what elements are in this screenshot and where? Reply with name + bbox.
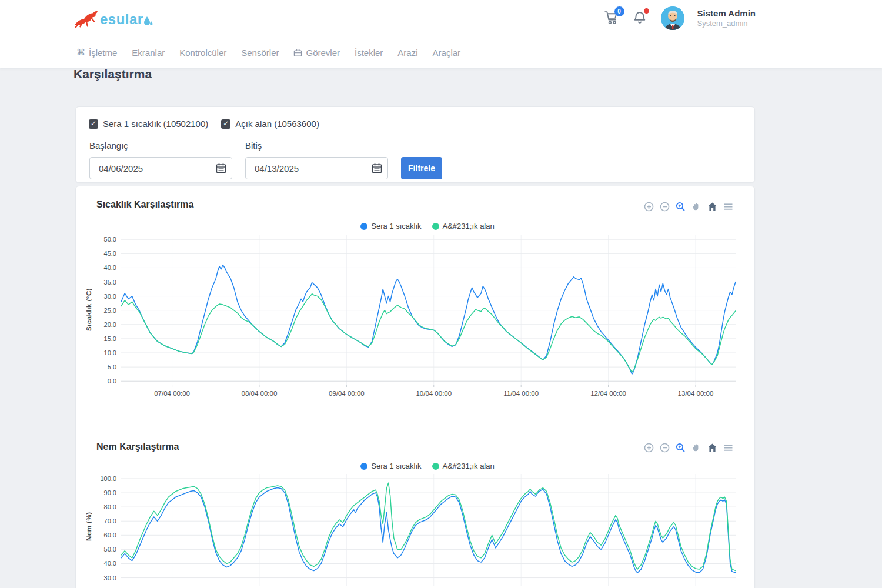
chart-title-temperature: Sıcaklık Karşılaştırma <box>96 199 193 210</box>
x-tick-label: 08/04 00:00 <box>242 390 278 397</box>
series-line <box>121 294 736 372</box>
user-handle: System_admin <box>697 19 756 28</box>
cart-badge: 0 <box>614 6 624 16</box>
cart-button[interactable]: 0 <box>604 11 620 26</box>
app-logo[interactable]: esular <box>73 7 153 28</box>
zoom-select-icon[interactable] <box>676 443 686 453</box>
nav-label: İşletme <box>89 48 117 58</box>
series-line <box>121 265 736 375</box>
y-tick-label: 90.0 <box>104 489 116 496</box>
legend-label: Sera 1 sıcaklık <box>371 462 421 470</box>
filter-button[interactable]: Filtrele <box>401 157 442 179</box>
home-icon[interactable] <box>707 202 717 212</box>
menu-icon[interactable] <box>723 202 733 212</box>
briefcase-icon <box>293 48 302 57</box>
y-tick-label: 80.0 <box>104 503 116 510</box>
command-icon: ⌘ <box>76 47 85 58</box>
y-tick-label: 60.0 <box>104 532 116 539</box>
chart-modebar <box>644 443 733 453</box>
legend-dot-icon <box>360 463 368 470</box>
sensor-checkbox-row: Sera 1 sıcaklık (10502100) Açık alan (10… <box>89 119 319 129</box>
end-date-label: Bitiş <box>245 141 262 151</box>
checkbox-label: Sera 1 sıcaklık (10502100) <box>103 119 208 129</box>
y-tick-label: 15.0 <box>104 335 116 342</box>
x-tick-label: 13/04 00:00 <box>678 390 714 397</box>
checkbox-label: Açık alan (10563600) <box>235 119 319 129</box>
humidity-chart[interactable]: 30.040.050.060.070.080.090.0100.0 <box>89 474 737 588</box>
y-tick-label: 0.0 <box>108 377 116 385</box>
nav-label: Ekranlar <box>132 48 165 58</box>
y-tick-label: 5.0 <box>108 363 116 370</box>
pan-icon[interactable] <box>691 443 701 453</box>
end-date-input[interactable] <box>245 157 388 179</box>
chart-canvas: 30.040.050.060.070.080.090.0100.0 <box>89 474 737 588</box>
y-tick-label: 100.0 <box>100 475 116 482</box>
x-tick-label: 07/04 00:00 <box>154 390 190 397</box>
nav-label: İstekler <box>355 48 383 58</box>
logo-drops-icon <box>143 15 153 28</box>
main-nav: ⌘ İşletme Ekranlar Kontrolcüler Sensörle… <box>0 36 882 68</box>
y-tick-label: 50.0 <box>104 236 116 243</box>
nav-item-sensorler[interactable]: Sensörler <box>241 48 279 58</box>
y-tick-label: 45.0 <box>104 250 116 257</box>
chart-legend: Sera 1 sıcaklıkA&#231;ık alan <box>88 222 767 230</box>
nav-item-isletme[interactable]: ⌘ İşletme <box>76 47 117 58</box>
legend-label: A&#231;ık alan <box>443 222 495 230</box>
zoom-in-icon[interactable] <box>644 443 654 453</box>
start-date-input[interactable] <box>89 157 232 179</box>
legend-dot-icon <box>432 223 439 230</box>
legend-item[interactable]: A&#231;ık alan <box>432 462 495 470</box>
zoom-select-icon[interactable] <box>676 202 686 212</box>
pan-icon[interactable] <box>691 202 701 212</box>
logo-text: esular <box>100 11 143 28</box>
header-actions: 0 Sistem Admin System_ad <box>604 0 756 36</box>
temperature-chart[interactable]: 07/04 00:0008/04 00:0009/04 00:0010/04 0… <box>89 235 737 405</box>
nav-label: Kontrolcüler <box>179 48 226 58</box>
menu-icon[interactable] <box>723 443 733 453</box>
sensor-checkbox-acikalan[interactable]: Açık alan (10563600) <box>221 119 319 129</box>
y-tick-label: 70.0 <box>104 517 116 524</box>
home-icon[interactable] <box>707 443 717 453</box>
y-tick-label: 40.0 <box>104 560 116 567</box>
legend-dot-icon <box>432 463 439 470</box>
nav-item-gorevler[interactable]: Görevler <box>293 48 340 58</box>
chart-title-humidity: Nem Karşılaştırma <box>96 442 179 452</box>
x-tick-label: 09/04 00:00 <box>329 390 365 397</box>
legend-item[interactable]: Sera 1 sıcaklık <box>360 462 421 470</box>
legend-item[interactable]: A&#231;ık alan <box>432 222 495 230</box>
y-tick-label: 50.0 <box>104 546 116 553</box>
nav-item-istekler[interactable]: İstekler <box>355 48 383 58</box>
nav-label: Arazi <box>397 48 417 58</box>
checkbox-checked-icon <box>221 119 230 129</box>
notifications-button[interactable] <box>633 11 648 26</box>
x-tick-label: 12/04 00:00 <box>590 390 626 397</box>
nav-item-kontrolculer[interactable]: Kontrolcüler <box>179 48 226 58</box>
legend-label: Sera 1 sıcaklık <box>371 222 421 230</box>
series-line <box>121 483 736 570</box>
chart-legend: Sera 1 sıcaklıkA&#231;ık alan <box>88 462 767 470</box>
page-title: Karşılaştırma <box>74 67 152 81</box>
user-menu[interactable]: Sistem Admin System_admin <box>697 8 756 29</box>
y-tick-label: 30.0 <box>104 293 116 300</box>
filter-panel: Sera 1 sıcaklık (10502100) Açık alan (10… <box>75 106 755 183</box>
nav-label: Görevler <box>306 48 340 58</box>
zoom-out-icon[interactable] <box>660 202 670 212</box>
legend-label: A&#231;ık alan <box>443 462 495 470</box>
x-tick-label: 10/04 00:00 <box>416 390 452 397</box>
sensor-checkbox-sera1[interactable]: Sera 1 sıcaklık (10502100) <box>89 119 208 129</box>
notification-dot <box>644 8 649 14</box>
avatar[interactable] <box>661 6 684 30</box>
chart-canvas: 07/04 00:0008/04 00:0009/04 00:0010/04 0… <box>89 235 737 402</box>
nav-label: Sensörler <box>241 48 279 58</box>
nav-item-ekranlar[interactable]: Ekranlar <box>132 48 165 58</box>
legend-dot-icon <box>360 223 368 230</box>
zoom-in-icon[interactable] <box>644 202 654 212</box>
x-tick-label: 11/04 00:00 <box>503 390 539 397</box>
checkbox-checked-icon <box>89 119 98 129</box>
legend-item[interactable]: Sera 1 sıcaklık <box>360 222 421 230</box>
y-tick-label: 35.0 <box>104 279 116 286</box>
zoom-out-icon[interactable] <box>660 443 670 453</box>
nav-item-arazi[interactable]: Arazi <box>397 48 417 58</box>
y-tick-label: 20.0 <box>104 321 116 328</box>
nav-item-araclar[interactable]: Araçlar <box>433 48 461 58</box>
